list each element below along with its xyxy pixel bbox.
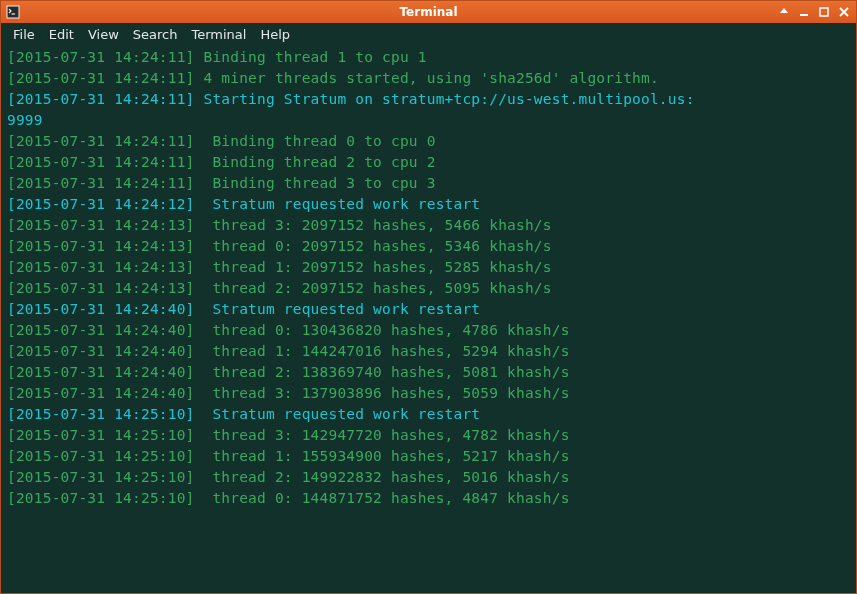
- log-line: [2015-07-31 14:24:11] Binding thread 3 t…: [7, 173, 850, 194]
- log-line: [2015-07-31 14:24:40] thread 1: 14424701…: [7, 341, 850, 362]
- log-line: [2015-07-31 14:24:11] Binding thread 2 t…: [7, 152, 850, 173]
- terminal-window: Terminal File Edit View Search Terminal …: [0, 0, 857, 594]
- roll-up-button[interactable]: [777, 5, 791, 19]
- log-line: [2015-07-31 14:25:10] thread 2: 14992283…: [7, 467, 850, 488]
- window-title: Terminal: [399, 5, 457, 19]
- window-controls: [777, 5, 851, 19]
- menu-file[interactable]: File: [6, 25, 42, 44]
- log-line: [2015-07-31 14:25:10] Stratum requested …: [7, 404, 850, 425]
- log-line: [2015-07-31 14:25:10] thread 3: 14294772…: [7, 425, 850, 446]
- menu-terminal[interactable]: Terminal: [184, 25, 253, 44]
- log-line: [2015-07-31 14:24:13] thread 1: 2097152 …: [7, 257, 850, 278]
- log-line: [2015-07-31 14:24:40] thread 2: 13836974…: [7, 362, 850, 383]
- menu-help[interactable]: Help: [253, 25, 297, 44]
- log-line: [2015-07-31 14:24:11] 4 miner threads st…: [7, 68, 850, 89]
- menu-edit[interactable]: Edit: [42, 25, 81, 44]
- log-line: [2015-07-31 14:24:40] thread 3: 13790389…: [7, 383, 850, 404]
- svg-rect-0: [7, 6, 19, 18]
- log-line: [2015-07-31 14:24:40] Stratum requested …: [7, 299, 850, 320]
- log-line: [2015-07-31 14:24:13] thread 0: 2097152 …: [7, 236, 850, 257]
- app-icon: [6, 5, 20, 19]
- log-line: [2015-07-31 14:24:11] Starting Stratum o…: [7, 89, 850, 110]
- log-line: [2015-07-31 14:24:11] Binding thread 0 t…: [7, 131, 850, 152]
- maximize-button[interactable]: [817, 5, 831, 19]
- log-line: [2015-07-31 14:24:12] Stratum requested …: [7, 194, 850, 215]
- minimize-button[interactable]: [797, 5, 811, 19]
- log-line: [2015-07-31 14:25:10] thread 0: 14487175…: [7, 488, 850, 509]
- close-button[interactable]: [837, 5, 851, 19]
- log-line: [2015-07-31 14:24:13] thread 3: 2097152 …: [7, 215, 850, 236]
- titlebar: Terminal: [1, 1, 856, 23]
- log-line: 9999: [7, 110, 850, 131]
- log-line: [2015-07-31 14:24:11] Binding thread 1 t…: [7, 47, 850, 68]
- svg-rect-2: [800, 14, 808, 16]
- log-line: [2015-07-31 14:24:13] thread 2: 2097152 …: [7, 278, 850, 299]
- log-line: [2015-07-31 14:25:10] thread 1: 15593490…: [7, 446, 850, 467]
- log-line: [2015-07-31 14:24:40] thread 0: 13043682…: [7, 320, 850, 341]
- menu-search[interactable]: Search: [126, 25, 185, 44]
- menubar: File Edit View Search Terminal Help: [1, 23, 856, 45]
- svg-rect-3: [820, 8, 828, 16]
- terminal-output[interactable]: [2015-07-31 14:24:11] Binding thread 1 t…: [1, 45, 856, 593]
- menu-view[interactable]: View: [81, 25, 126, 44]
